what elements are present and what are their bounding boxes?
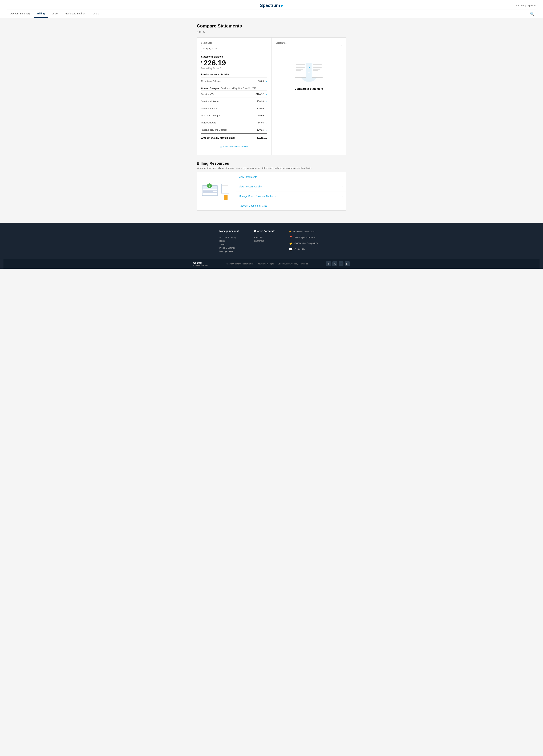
weather-outage-link[interactable]: ⚡ Get Weather Outage Info: [289, 242, 324, 245]
view-account-activity-arrow: ›: [342, 185, 342, 188]
footer-account-summary[interactable]: Account Summary: [219, 236, 244, 239]
signout-link[interactable]: Sign Out: [527, 4, 536, 7]
twitter-icon[interactable]: 𝕏: [332, 261, 337, 266]
taxes-fees-chevron[interactable]: ⌄: [265, 128, 267, 131]
spectrum-voice-amount: $19.99: [257, 107, 264, 110]
compare-card: Select Date May 4, 2018 ⌃⌄ Statement Bal…: [197, 37, 346, 155]
select-date-label-left: Select Date: [201, 42, 267, 44]
view-account-activity-link[interactable]: View Account Activity ›: [235, 182, 346, 191]
date-select-left[interactable]: May 4, 2018 ⌃⌄: [201, 45, 267, 52]
statement-balance-label: Statement Balance: [201, 55, 267, 58]
total-label: Amount Due by May 24, 2018: [201, 136, 235, 139]
one-time-charges-label: One-Time Charges: [201, 114, 220, 117]
footer-manage-account-title: Manage Account: [219, 230, 244, 234]
linkedin-icon[interactable]: in: [326, 261, 331, 266]
other-charges-row: Other Charges $6.05 ⌄: [201, 119, 267, 126]
footer-about-us[interactable]: About Us: [254, 236, 278, 239]
privacy-rights-link[interactable]: Your Privacy Rights: [258, 263, 274, 265]
spectrum-tv-chevron[interactable]: ⌄: [265, 93, 267, 95]
facebook-icon[interactable]: f: [338, 261, 343, 266]
support-link[interactable]: Support: [516, 4, 524, 7]
copyright-text: © 2023 Charter Communications: [227, 263, 254, 265]
other-charges-label: Other Charges: [201, 121, 216, 124]
separator-2: |: [276, 263, 276, 265]
weather-outage-label: Get Weather Outage Info: [294, 242, 318, 245]
redeem-coupons-label: Redeem Coupons or Gifts: [239, 204, 267, 207]
compare-a-statement-title: Compare a Statement: [294, 87, 323, 90]
footer-voice[interactable]: Voice: [219, 243, 244, 246]
header-divider: |: [525, 4, 526, 7]
footer-icon-links: ★ Give Website Feedback 📍 Find a Spectru…: [289, 230, 324, 254]
spectrum-voice-label: Spectrum Voice: [201, 107, 217, 110]
compare-left-panel: Select Date May 4, 2018 ⌃⌄ Statement Bal…: [197, 38, 272, 155]
search-icon[interactable]: 🔍: [528, 10, 536, 18]
date-select-right[interactable]: ⌃⌄: [276, 45, 342, 52]
back-arrow-icon: ‹: [197, 30, 198, 33]
one-time-charges-chevron[interactable]: ⌄: [265, 114, 267, 117]
footer-billing[interactable]: Billing: [219, 240, 244, 242]
give-feedback-link[interactable]: ★ Give Website Feedback: [289, 230, 324, 234]
main-nav: Account Summary Billing Voice Profile an…: [7, 10, 536, 18]
policies-link[interactable]: Policies: [301, 263, 308, 265]
select-arrow-right: ⌃⌄: [336, 47, 340, 50]
remaining-balance-label: Remaining Balance: [201, 80, 221, 82]
view-printable-section: 🖨 View Printable Statement: [201, 142, 267, 151]
resources-card: $ View Statements › View Ac: [197, 172, 346, 211]
footer-guarantee[interactable]: Guarantee: [254, 240, 278, 242]
separator-3: |: [299, 263, 300, 265]
spectrum-voice-row: Spectrum Voice $19.99 ⌄: [201, 105, 267, 112]
other-charges-chevron[interactable]: ⌄: [265, 121, 267, 124]
back-label: Billing: [199, 30, 205, 33]
find-store-label: Find a Spectrum Store: [294, 236, 315, 239]
redeem-coupons-link[interactable]: Redeem Coupons or Gifts ›: [235, 201, 346, 210]
manage-payment-methods-link[interactable]: Manage Saved Payment Methods ›: [235, 191, 346, 201]
spectrum-voice-chevron[interactable]: ⌄: [265, 107, 267, 110]
nav-profile-settings[interactable]: Profile and Settings: [61, 10, 89, 18]
back-link[interactable]: ‹ Billing: [197, 30, 346, 33]
manage-payment-methods-arrow: ›: [342, 195, 342, 198]
remaining-balance-chevron[interactable]: ⌄: [265, 80, 267, 82]
view-printable-link[interactable]: 🖨 View Printable Statement: [204, 145, 265, 148]
resources-links-list: View Statements › View Account Activity …: [235, 172, 346, 210]
nav-billing[interactable]: Billing: [34, 10, 48, 18]
chat-icon: 💬: [289, 247, 293, 251]
spectrum-tv-amount: $124.92: [256, 93, 264, 95]
footer-bottom-links: © 2023 Charter Communications | Your Pri…: [227, 263, 308, 265]
redeem-coupons-arrow: ›: [342, 204, 342, 207]
nav-voice[interactable]: Voice: [48, 10, 61, 18]
spectrum-internet-amount: $58.99: [257, 100, 264, 103]
footer-content: Manage Account Account Summary Billing V…: [193, 230, 350, 259]
remaining-balance-row: Remaining Balance $0.00 ⌄: [201, 77, 267, 85]
other-charges-amount: $6.05: [258, 121, 264, 124]
footer-charter-corporate-title: Charter Corporate: [254, 230, 278, 234]
view-statements-link[interactable]: View Statements ›: [235, 172, 346, 182]
dollar-sign: $: [201, 60, 203, 64]
spectrum-tv-label: Spectrum TV: [201, 93, 214, 95]
balance-amount: $ 226.19: [201, 59, 267, 67]
total-section: Amount Due by May 24, 2018 $226.19: [201, 133, 267, 142]
charter-logo-text: Charter: [193, 262, 209, 264]
youtube-icon[interactable]: ▶: [345, 261, 350, 266]
spectrum-internet-chevron[interactable]: ⌄: [265, 100, 267, 103]
resources-section: Billing Resources View and download bill…: [197, 161, 346, 211]
remaining-balance-amount: $0.00: [258, 80, 264, 82]
taxes-fees-amount: $10.25: [257, 128, 264, 131]
contact-us-label: Contact Us: [294, 248, 305, 251]
select-arrow-left: ⌃⌄: [262, 47, 265, 50]
nav-users[interactable]: Users: [89, 10, 103, 18]
billing-illustration: $: [197, 172, 235, 210]
select-date-label-right: Select Date: [276, 42, 342, 44]
page-title: Compare Statements: [197, 23, 346, 29]
footer-profile-settings[interactable]: Profile & Settings: [219, 247, 244, 249]
footer-bottom: Charter Communications © 2023 Charter Co…: [3, 259, 540, 269]
date-select-left-value: May 4, 2018: [203, 47, 217, 50]
contact-us-link[interactable]: 💬 Contact Us: [289, 247, 324, 251]
view-printable-label: View Printable Statement: [223, 145, 249, 148]
find-store-link[interactable]: 📍 Find a Spectrum Store: [289, 236, 324, 239]
resources-title: Billing Resources: [197, 161, 346, 166]
spectrum-tv-row: Spectrum TV $124.92 ⌄: [201, 90, 267, 98]
ca-privacy-link[interactable]: California Privacy Policy: [277, 263, 298, 265]
compare-right-panel: Select Date ⌃⌄: [272, 38, 346, 155]
footer-manage-users[interactable]: Manage Users: [219, 250, 244, 253]
nav-account-summary[interactable]: Account Summary: [7, 10, 34, 18]
